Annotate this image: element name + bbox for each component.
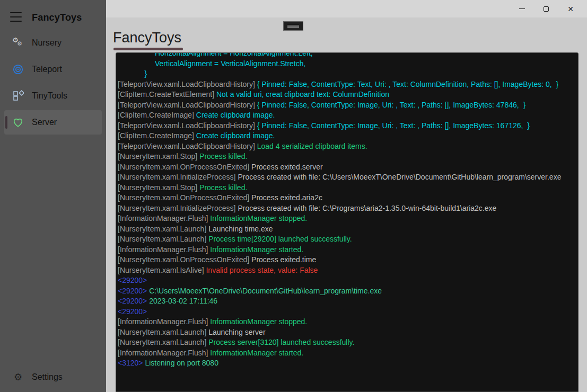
log-segment-gray: [NurseryItem.xaml.Launch] <box>118 235 208 243</box>
sidebar-item-label: TinyTools <box>32 91 67 101</box>
console-line: <29200> C:\Users\MoeexT\OneDrive\Documen… <box>118 286 576 297</box>
console-line: [NurseryItem.xaml.OnProcessOnExited] Pro… <box>118 255 576 265</box>
console-line: [NurseryItem.xaml.Launch] Process time[2… <box>118 234 576 245</box>
log-segment-red: Invalid process state, value: False <box>206 266 318 274</box>
console-line: VerticalAlignment = VerticalAlignment.St… <box>118 59 576 69</box>
console-line: [TeleportView.xaml.LoadClipboardHistory]… <box>118 100 576 111</box>
log-segment-blue: <29200> <box>118 297 149 305</box>
gears-icon: ⚙⚙ <box>12 37 24 49</box>
log-segment-cyan: { Pinned: False, ContentType: Text, Uri:… <box>257 80 558 88</box>
broadcast-icon <box>12 63 24 76</box>
sidebar-item-tinytools[interactable]: TinyTools <box>4 84 102 108</box>
log-segment-gray: [InformationManager.Flush] <box>118 245 210 254</box>
log-segment-gray: [InformationManager.Flush] <box>118 214 210 222</box>
log-segment-mint: 2023-03-02 17:11:46 <box>149 297 217 305</box>
console-log[interactable]: HorizontalAlignment = HorizontalAlignmen… <box>116 52 579 392</box>
log-segment-blue: <3120> <box>118 359 145 367</box>
console-log-content: HorizontalAlignment = HorizontalAlignmen… <box>118 52 576 369</box>
console-line: [NurseryItem.xaml.OnProcessOnExited] Pro… <box>118 162 576 173</box>
selection-indicator <box>5 116 7 129</box>
console-line: [InformationManager.Flush] InformationMa… <box>118 245 576 255</box>
log-segment-gray: [NurseryItem.xaml.Stop] <box>118 152 199 161</box>
log-segment-gray: [TeleportView.xaml.LoadClipboardHistory] <box>118 142 257 150</box>
sidebar-header: FancyToys <box>0 10 106 25</box>
pane-drag-handle[interactable] <box>283 21 303 31</box>
log-segment-blue: <29200> <box>118 276 147 284</box>
console-line: [InformationManager.Flush] InformationMa… <box>118 317 576 327</box>
console-line: [NurseryItem.xaml.Stop] Process killed. <box>118 183 576 193</box>
log-segment-gray: [ClipItem.CreateTextElement] <box>118 90 216 99</box>
console-line: [NurseryItem.xaml.InitializeProcess] Pro… <box>118 203 576 214</box>
log-segment-plain: Launching server <box>208 328 265 336</box>
console-line: [NurseryItem.xaml.Launch] Launching time… <box>118 224 576 235</box>
hamburger-menu-icon[interactable] <box>10 12 22 22</box>
console-line: [NurseryItem.xaml.Launch] Process server… <box>118 337 576 348</box>
log-segment-gray: [InformationManager.Flush] <box>118 349 210 357</box>
log-segment-gray: [TeleportView.xaml.LoadClipboardHistory] <box>118 121 257 130</box>
sidebar-item-label: Settings <box>32 372 63 382</box>
log-segment-plain: Process created with file: C:\Programs\a… <box>238 204 496 212</box>
main-content: ✕ FancyToys HorizontalAlignment = Horizo… <box>106 0 587 392</box>
window-controls: ✕ <box>510 0 583 17</box>
handle-bar <box>287 26 299 28</box>
sidebar-item-nursery[interactable]: ⚙⚙ Nursery <box>4 31 102 55</box>
minimize-icon <box>519 8 525 10</box>
log-segment-gray: [ClipItem.CreateImage] <box>118 111 196 119</box>
log-segment-gray: [NurseryItem.xaml.IsAlive] <box>118 266 206 274</box>
log-segment-gray: [InformationManager.Flush] <box>118 317 210 326</box>
log-segment-plain: Process created with file: C:\Users\Moee… <box>238 173 561 181</box>
log-segment-gray: [TeleportView.xaml.LoadClipboardHistory] <box>118 101 257 109</box>
tiles-icon <box>12 90 24 102</box>
close-button[interactable]: ✕ <box>558 0 583 17</box>
app-title: FancyToys <box>32 10 82 25</box>
sidebar-item-teleport[interactable]: Teleport <box>4 57 102 82</box>
console-line: [NurseryItem.xaml.OnProcessOnExited] Pro… <box>118 193 576 203</box>
titlebar[interactable]: ✕ <box>106 0 587 17</box>
gear-icon: ⚙ <box>12 371 24 384</box>
sidebar-item-label: Nursery <box>32 38 62 48</box>
sidebar-footer: ⚙ Settings <box>0 365 106 389</box>
log-segment-mint: C:\Users\MoeexT\OneDrive\Document\GitHub… <box>149 287 382 295</box>
log-segment-green: Process server[3120] launched successful… <box>208 338 354 346</box>
log-segment-cyan: Create clipboard image. <box>196 111 275 119</box>
console-line: [TeleportView.xaml.LoadClipboardHistory]… <box>118 141 576 152</box>
log-segment-gray: [NurseryItem.xaml.OnProcessOnExited] <box>118 193 251 202</box>
console-line: <29200> 2023-03-02 17:11:46 <box>118 296 576 307</box>
log-segment-blue: <29200> <box>118 287 149 295</box>
minimize-button[interactable] <box>510 0 534 17</box>
handle-bar <box>287 25 299 26</box>
log-segment-green: Load 4 serialized clipboard items. <box>257 142 367 150</box>
sidebar-item-label: Server <box>32 118 57 127</box>
log-segment-gray: [NurseryItem.xaml.OnProcessOnExited] <box>118 255 251 264</box>
console-line: [InformationManager.Flush] InformationMa… <box>118 348 576 359</box>
console-line: [NurseryItem.xaml.Stop] Process killed. <box>118 152 576 162</box>
log-segment-plain: Process exited.aria2c <box>251 193 322 202</box>
log-segment-cyan: VerticalAlignment = VerticalAlignment.St… <box>118 59 305 68</box>
console-line: [InformationManager.Flush] InformationMa… <box>118 213 576 224</box>
console-line: HorizontalAlignment = HorizontalAlignmen… <box>118 52 576 59</box>
console-line: [ClipItem.CreateTextElement] Not a valid… <box>118 90 576 100</box>
console-line: <29200> <box>118 307 576 317</box>
console-line: [NurseryItem.xaml.Launch] Launching serv… <box>118 327 576 338</box>
console-line: [NurseryItem.xaml.IsAlive] Invalid proce… <box>118 265 576 276</box>
console-line: [TeleportView.xaml.LoadClipboardHistory]… <box>118 121 576 131</box>
log-segment-gray: [TeleportView.xaml.LoadClipboardHistory] <box>118 80 257 88</box>
sidebar-item-server[interactable]: Server <box>4 110 102 135</box>
console-line: [ClipItem.CreateImage] Create clipboard … <box>118 131 576 141</box>
console-line: [NurseryItem.xaml.InitializeProcess] Pro… <box>118 172 576 183</box>
sidebar: FancyToys ⚙⚙ Nursery Teleport <box>0 0 106 392</box>
console-line: [TeleportView.xaml.LoadClipboardHistory]… <box>118 79 576 90</box>
console-line: <3120> Listening on port 8080 <box>118 358 576 369</box>
sidebar-item-settings[interactable]: ⚙ Settings <box>4 365 102 389</box>
close-icon: ✕ <box>567 5 574 13</box>
log-segment-cyan: } <box>118 69 147 78</box>
log-segment-mint: Listening on port 8080 <box>145 359 218 367</box>
log-segment-green: Process killed. <box>199 183 247 192</box>
maximize-button[interactable] <box>534 0 558 17</box>
log-segment-gray: [NurseryItem.xaml.Launch] <box>118 225 208 233</box>
log-segment-blue: <29200> <box>118 307 147 316</box>
log-segment-gray: [NurseryItem.xaml.InitializeProcess] <box>118 173 238 181</box>
log-segment-cyan: { Pinned: False, ContentType: Image, Uri… <box>257 121 530 130</box>
log-segment-gray: [ClipItem.CreateImage] <box>118 131 196 140</box>
heart-icon <box>12 116 24 129</box>
